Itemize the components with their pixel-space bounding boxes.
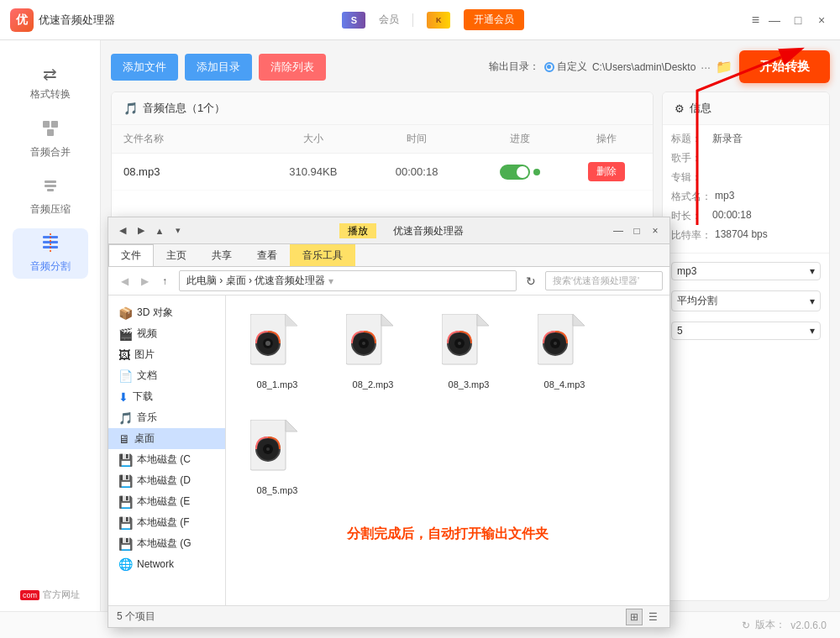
ribbon-tab-music[interactable]: 音乐工具 [290, 244, 355, 266]
folder-button[interactable]: 📁 [716, 59, 732, 75]
maximize-button[interactable]: □ [790, 12, 806, 29]
tree-item-video[interactable]: 🎬 视频 [108, 323, 225, 344]
svg-marker-34 [286, 420, 297, 431]
add-dir-button[interactable]: 添加目录 [185, 54, 252, 81]
split-type-select[interactable]: 平均分割 ▾ [671, 290, 821, 311]
info-row-format: 格式名： mp3 [671, 190, 821, 204]
grid-view-button[interactable]: ⊞ [626, 609, 643, 625]
close-button[interactable]: × [813, 12, 830, 29]
addr-up-button[interactable]: ↑ [155, 272, 174, 290]
desktop-icon: 🖥 [118, 432, 130, 446]
info-row-album: 专辑： [671, 170, 821, 185]
split-count-select[interactable]: 5 ▾ [671, 322, 821, 340]
svg-rect-1 [51, 121, 58, 128]
file-name-4: 08_4.mp3 [544, 379, 585, 390]
progress-toggle[interactable] [500, 165, 530, 180]
sidebar-item-audio-compress[interactable]: 音频压缩 [13, 171, 88, 222]
custom-label: 自定义 [557, 60, 587, 74]
svg-point-37 [266, 447, 270, 451]
sidebar-item-format-convert[interactable]: ⇄ 格式转换 [13, 57, 88, 107]
3d-icon: 📦 [118, 306, 133, 320]
info-row-bitrate: 比特率： 138704 bps [671, 228, 821, 243]
title-label: 标题： [671, 132, 709, 146]
tree-label-music: 音乐 [137, 411, 157, 425]
audio-merge-icon [41, 119, 60, 142]
file-name-5: 08_5.mp3 [257, 485, 298, 495]
tree-item-download[interactable]: ⬇ 下载 [108, 386, 225, 407]
search-box[interactable]: 搜索'优速音频处理器' [545, 271, 663, 290]
exp-minimize-button[interactable]: — [611, 223, 626, 238]
list-item[interactable]: 08_4.mp3 [527, 309, 602, 395]
tree-item-local-c[interactable]: 💾 本地磁盘 (C [108, 449, 225, 470]
ribbon-tab-share[interactable]: 共享 [199, 244, 244, 266]
exp-maximize-button[interactable]: □ [629, 223, 644, 238]
member-s-icon: S [342, 12, 365, 29]
official-site-link[interactable]: com 官方网址 [20, 588, 80, 601]
list-item[interactable]: 08_1.mp3 [239, 309, 315, 395]
tree-item-local-f[interactable]: 💾 本地磁盘 (F [108, 512, 225, 533]
clear-list-button[interactable]: 清除列表 [259, 54, 326, 81]
tree-item-local-d[interactable]: 💾 本地磁盘 (D [108, 470, 225, 491]
sidebar-item-audio-merge[interactable]: 音频合并 [13, 114, 88, 165]
info-rows: 标题： 新录音 歌手： 专辑： 格式名： m [663, 125, 829, 249]
explorer-content: 📦 3D 对象 🎬 视频 🖼 图片 📄 文档 ⬇ 下载 [108, 295, 669, 605]
tree-item-picture[interactable]: 🖼 图片 [108, 344, 225, 365]
list-item[interactable]: 08_3.mp3 [431, 309, 507, 395]
minimize-button[interactable]: — [766, 12, 783, 29]
ribbon-tab-view[interactable]: 查看 [244, 244, 290, 266]
exp-close-button[interactable]: × [648, 223, 663, 238]
file-name-2: 08_2.mp3 [353, 379, 394, 390]
refresh-button[interactable]: ↻ [522, 272, 540, 290]
file-icon-5 [250, 420, 304, 480]
file-grid: 08_1.mp3 [239, 309, 656, 500]
tree-item-doc[interactable]: 📄 文档 [108, 365, 225, 386]
breadcrumb-bar: 此电脑 › 桌面 › 优速音频处理器 ▾ [179, 270, 517, 291]
tree-item-network[interactable]: 🌐 Network [108, 554, 225, 574]
ribbon-tab-home[interactable]: 主页 [154, 244, 199, 266]
tree-item-3d[interactable]: 📦 3D 对象 [108, 302, 225, 323]
music-icon: 🎵 [118, 411, 133, 425]
tree-item-music[interactable]: 🎵 音乐 [108, 407, 225, 428]
output-format-select[interactable]: mp3 ▾ [671, 262, 821, 280]
title-bar-center: S 会员 K 开通会员 [115, 9, 752, 30]
delete-button[interactable]: 删除 [588, 162, 625, 181]
addr-back-button[interactable]: ◀ [115, 272, 134, 290]
svg-rect-3 [45, 180, 56, 183]
breadcrumb-dropdown[interactable]: ▾ [328, 275, 333, 287]
tree-item-local-e[interactable]: 💾 本地磁盘 (E [108, 491, 225, 512]
explorer-files: 08_1.mp3 [226, 295, 669, 605]
tree-item-local-g[interactable]: 💾 本地磁盘 (G [108, 533, 225, 554]
menu-icon[interactable]: ≡ [752, 13, 759, 28]
duration-value: 00:00:18 [712, 209, 752, 223]
addr-forward-button[interactable]: ▶ [135, 272, 154, 290]
gear-icon: ⚙ [675, 102, 685, 115]
ribbon-tab-file[interactable]: 文件 [108, 244, 154, 266]
list-item[interactable]: 08_5.mp3 [239, 415, 315, 500]
start-convert-button[interactable]: 开始转换 [739, 50, 830, 83]
output-format-value: mp3 [677, 265, 696, 277]
custom-radio[interactable]: 自定义 [544, 60, 587, 74]
list-item[interactable]: 08_2.mp3 [335, 309, 411, 395]
file-time-cell: 00:00:18 [365, 165, 468, 178]
tree-item-desktop[interactable]: 🖥 桌面 [108, 428, 225, 449]
tree-label-picture: 图片 [134, 348, 155, 362]
doc-icon: 📄 [118, 369, 133, 383]
table-header: 文件名称 大小 时间 进度 操作 [112, 125, 653, 154]
add-file-button[interactable]: 添加文件 [111, 54, 178, 81]
split-type-row: 平均分割 ▾ [663, 285, 829, 316]
tree-label-local-e: 本地磁盘 (E [137, 494, 190, 509]
search-placeholder: 搜索'优速音频处理器' [553, 275, 639, 285]
tree-label-local-c: 本地磁盘 (C [137, 452, 191, 467]
sidebar-item-audio-split[interactable]: 音频分割 [13, 228, 88, 279]
list-view-button[interactable]: ☰ [644, 609, 661, 625]
title-value: 新录音 [712, 132, 743, 146]
more-button[interactable]: ··· [701, 60, 711, 74]
file-explorer: ◀ ▶ ▲ ▾ 播放 优速音频处理器 — □ × 文件 主页 共享 查看 音乐工… [108, 217, 670, 628]
download-icon: ⬇ [118, 390, 129, 404]
svg-marker-13 [286, 314, 297, 326]
col-header-name: 文件名称 [123, 132, 261, 146]
tree-label-local-g: 本地磁盘 (G [137, 536, 192, 551]
local-e-icon: 💾 [118, 495, 133, 509]
open-member-button[interactable]: 开通会员 [464, 9, 524, 30]
svg-point-32 [554, 342, 557, 345]
